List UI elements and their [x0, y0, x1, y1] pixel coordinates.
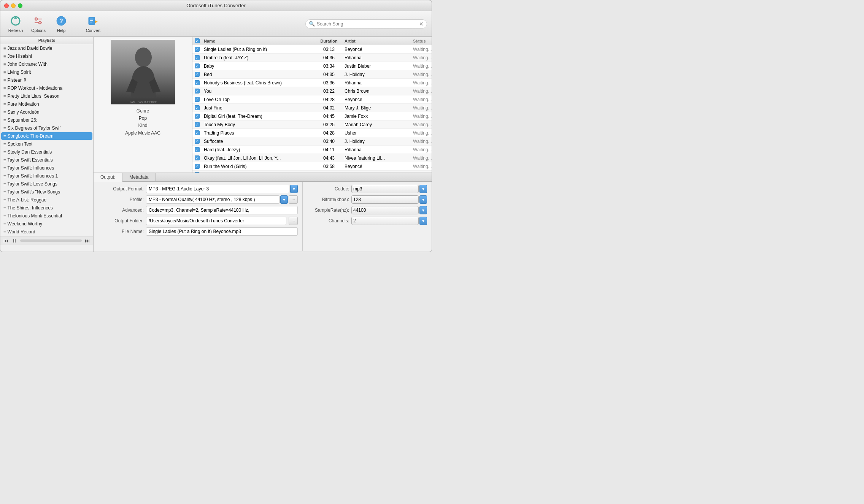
row-checkbox[interactable]: ✓ — [195, 164, 200, 169]
profile-input[interactable] — [146, 195, 280, 204]
samplerate-input[interactable] — [351, 206, 419, 214]
channels-input[interactable] — [351, 217, 419, 225]
output-format-dropdown-btn[interactable]: ▼ — [290, 185, 298, 193]
row-checkbox[interactable]: ✓ — [195, 155, 200, 160]
sidebar-item-19[interactable]: ≡The A-List: Reggae — [1, 196, 92, 204]
sidebar-item-10[interactable]: ≡Six Degrees of Taylor Swif — [1, 124, 92, 132]
sidebar-item-22[interactable]: ≡Weekend Worthy — [1, 220, 92, 228]
row-checkbox-cell[interactable]: ✓ — [192, 164, 202, 169]
row-checkbox[interactable]: ✓ — [195, 47, 200, 52]
bitrate-dropdown-btn[interactable]: ▼ — [419, 195, 427, 204]
table-row[interactable]: ✓ Just Fine 04:02 Mary J. Blige Waiting.… — [192, 104, 432, 112]
advanced-input[interactable] — [146, 206, 298, 214]
codec-dropdown-btn[interactable]: ▼ — [419, 185, 427, 193]
row-checkbox-cell[interactable]: ✓ — [192, 147, 202, 152]
sidebar-item-11[interactable]: ≡Songbook: The-Dream — [1, 132, 92, 140]
profile-dots-btn[interactable]: ··· — [289, 195, 298, 204]
row-checkbox-cell[interactable]: ✓ — [192, 122, 202, 127]
channels-dropdown-btn[interactable]: ▼ — [419, 217, 427, 225]
sidebar-item-21[interactable]: ≡Thelonious Monk Essential — [1, 212, 92, 220]
search-bar[interactable]: 🔍 ✕ — [305, 19, 427, 29]
sidebar-add-button[interactable]: ⏮ — [2, 237, 10, 244]
samplerate-dropdown-btn[interactable]: ▼ — [419, 206, 427, 214]
sidebar-item-23[interactable]: ≡World Record — [1, 228, 92, 236]
row-checkbox-cell[interactable]: ✓ — [192, 97, 202, 102]
table-row[interactable]: ✓ Touch My Body 03:25 Mariah Carey Waiti… — [192, 120, 432, 129]
sidebar-play-button[interactable]: ⏸ — [10, 237, 19, 244]
search-clear-icon[interactable]: ✕ — [419, 21, 424, 27]
row-checkbox-cell[interactable]: ✓ — [192, 139, 202, 144]
output-folder-browse-btn[interactable]: ··· — [289, 217, 298, 225]
sidebar-item-18[interactable]: ≡Taylor Swift's "New Songs — [1, 188, 92, 196]
table-row[interactable]: ✓ Trading Places 04:28 Usher Waiting... … — [192, 129, 432, 137]
row-checkbox-cell[interactable]: ✓ — [192, 80, 202, 85]
row-checkbox-cell[interactable]: ✓ — [192, 47, 202, 52]
table-row[interactable]: ✓ Love On Top 04:28 Beyoncé Waiting... 4 — [192, 95, 432, 104]
row-checkbox[interactable]: ✓ — [195, 147, 200, 152]
table-row[interactable]: ✓ Okay (feat. Lil Jon, Lil Jon, Lil Jon,… — [192, 154, 432, 162]
table-row[interactable]: ✓ Hard (feat. Jeezy) 04:11 Rihanna Waiti… — [192, 146, 432, 154]
output-format-input[interactable] — [146, 185, 289, 193]
row-checkbox-cell[interactable]: ✓ — [192, 55, 202, 60]
sidebar-item-6[interactable]: ≡Pretty Little Liars, Season — [1, 92, 92, 100]
tab-metadata[interactable]: Metadata — [122, 173, 156, 181]
header-check-col[interactable]: ✓ — [192, 38, 202, 43]
row-checkbox-cell[interactable]: ✓ — [192, 89, 202, 94]
sidebar-item-8[interactable]: ≡Sax y Acordeón — [1, 108, 92, 116]
sidebar-item-4[interactable]: ≡Pistear 🎙 — [1, 76, 92, 84]
table-row[interactable]: ✓ Single Ladies (Put a Ring on It) 03:13… — [192, 45, 432, 54]
sidebar-item-14[interactable]: ≡Taylor Swift Essentials — [1, 156, 92, 164]
row-checkbox[interactable]: ✓ — [195, 97, 200, 102]
row-checkbox[interactable]: ✓ — [195, 63, 200, 68]
row-checkbox[interactable]: ✓ — [195, 89, 200, 94]
minimize-button[interactable] — [11, 3, 16, 8]
help-button[interactable]: ? Help — [51, 13, 72, 34]
row-checkbox[interactable]: ✓ — [195, 72, 200, 77]
sidebar-item-12[interactable]: ≡Spoken Text — [1, 140, 92, 148]
window-controls[interactable] — [4, 3, 22, 8]
refresh-button[interactable]: Refresh — [5, 13, 26, 34]
sidebar-item-15[interactable]: ≡Taylor Swift: Influences — [1, 164, 92, 172]
row-checkbox[interactable]: ✓ — [195, 55, 200, 60]
codec-input[interactable] — [351, 185, 419, 193]
table-row[interactable]: ✓ Suffocate 03:40 J. Holiday Waiting... … — [192, 137, 432, 146]
bitrate-input[interactable] — [351, 195, 419, 204]
row-checkbox[interactable]: ✓ — [195, 114, 200, 119]
sidebar-item-7[interactable]: ≡Pure Motivation — [1, 100, 92, 108]
table-row[interactable]: ✓ Nobody's Business (feat. Chris Brown) … — [192, 79, 432, 87]
tab-output[interactable]: Output: — [94, 173, 122, 182]
table-row[interactable]: ✓ Bed 04:35 J. Holiday Waiting... Back o… — [192, 70, 432, 79]
options-button[interactable]: Options — [28, 13, 49, 34]
file-name-input[interactable] — [146, 227, 298, 236]
row-checkbox[interactable]: ✓ — [195, 130, 200, 135]
sidebar-item-16[interactable]: ≡Taylor Swift: Influences 1 — [1, 172, 92, 180]
table-row[interactable]: ✓ You 03:22 Chris Brown Waiting... Exclu… — [192, 87, 432, 95]
row-checkbox[interactable]: ✓ — [195, 139, 200, 144]
maximize-button[interactable] — [18, 3, 22, 8]
sidebar-item-17[interactable]: ≡Taylor Swift: Love Songs — [1, 180, 92, 188]
select-all-checkbox[interactable]: ✓ — [195, 38, 200, 43]
profile-dropdown-btn[interactable]: ▼ — [280, 195, 288, 204]
row-checkbox[interactable]: ✓ — [195, 105, 200, 110]
sidebar-item-13[interactable]: ≡Steely Dan Essentials — [1, 148, 92, 156]
sidebar-end-button[interactable]: ⏭ — [83, 237, 92, 244]
sidebar-item-5[interactable]: ≡POP Workout - Motivationa — [1, 84, 92, 92]
table-row[interactable]: ✓ Baby 03:34 Justin Bieber Waiting... My… — [192, 62, 432, 70]
sidebar-item-0[interactable]: ≡Jazz and David Bowie — [1, 44, 92, 52]
sidebar-item-20[interactable]: ≡The Shires: Influences — [1, 204, 92, 212]
row-checkbox-cell[interactable]: ✓ — [192, 105, 202, 110]
output-folder-input[interactable] — [146, 217, 286, 225]
sidebar-item-9[interactable]: ≡September 26: — [1, 116, 92, 124]
row-checkbox-cell[interactable]: ✓ — [192, 72, 202, 77]
table-row[interactable]: ✓ Umbrella (feat. JAY Z) 04:36 Rihanna W… — [192, 54, 432, 62]
row-checkbox-cell[interactable]: ✓ — [192, 130, 202, 135]
close-button[interactable] — [4, 3, 9, 8]
table-row[interactable]: ✓ Run the World (Girls) 03:58 Beyoncé Wa… — [192, 162, 432, 171]
sidebar-item-2[interactable]: ≡John Coltrane: With — [1, 60, 92, 68]
sidebar-item-1[interactable]: ≡Joe Hisaishi — [1, 52, 92, 60]
row-checkbox-cell[interactable]: ✓ — [192, 155, 202, 160]
search-input[interactable] — [317, 21, 417, 27]
convert-button[interactable]: Convert — [83, 13, 104, 34]
row-checkbox[interactable]: ✓ — [195, 122, 200, 127]
row-checkbox[interactable]: ✓ — [195, 80, 200, 85]
